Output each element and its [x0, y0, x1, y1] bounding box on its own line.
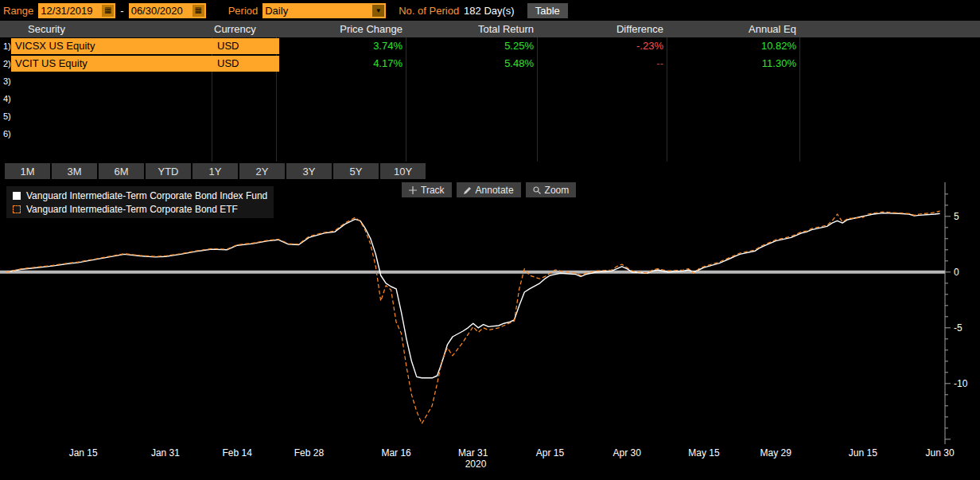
x-tick-label: Jun 30 — [926, 447, 955, 459]
track-label: Track — [421, 185, 445, 196]
price-change-value: 4.17% — [373, 56, 402, 72]
total-return-value: 5.25% — [504, 38, 534, 54]
table-row: 3) — [0, 73, 980, 89]
zoom-button[interactable]: Zoom — [526, 182, 577, 197]
column-header-annual-eq: Annual Eq — [749, 21, 796, 37]
x-tick-label: Jan 31 — [151, 447, 180, 459]
white-series-swatch — [13, 192, 21, 200]
range-end-input[interactable] — [129, 5, 192, 17]
chevron-down-icon[interactable]: ▼ — [372, 5, 384, 17]
tab-2y[interactable]: 2Y — [239, 163, 285, 179]
chart-section: Vanguard Intermediate-Term Corporate Bon… — [0, 180, 980, 480]
x-tick-label: Feb 14 — [223, 447, 253, 459]
column-header-difference: Difference — [616, 21, 663, 37]
zoom-label: Zoom — [545, 185, 570, 196]
price-change-value: 3.74% — [373, 38, 402, 54]
calendar-icon[interactable]: ▦ — [192, 5, 204, 17]
table-row: 4) — [0, 91, 980, 107]
tab-1y[interactable]: 1Y — [192, 163, 238, 179]
legend-item-index-fund[interactable]: Vanguard Intermediate-Term Corporate Bon… — [13, 189, 267, 202]
tab-6m[interactable]: 6M — [99, 163, 144, 179]
x-axis-year-label: 2020 — [465, 459, 487, 470]
track-icon — [409, 186, 417, 194]
zoom-icon — [533, 186, 541, 194]
chart-toolbar: Track Annotate Zoom — [402, 182, 576, 197]
series-line-vcit — [6, 211, 940, 423]
range-label: Range — [3, 5, 33, 17]
row-number: 3) — [3, 73, 11, 89]
chart-legend: Vanguard Intermediate-Term Corporate Bon… — [6, 186, 274, 218]
x-tick-label: Apr 30 — [613, 447, 642, 459]
x-tick-label: Mar 31 — [458, 447, 488, 459]
period-label: Period — [228, 5, 259, 17]
y-tick-label: -10 — [954, 378, 968, 389]
row-number: 1) — [3, 38, 11, 54]
table-header: Security Currency Price Change Total Ret… — [0, 21, 980, 37]
tab-ytd[interactable]: YTD — [146, 163, 191, 179]
tab-3m[interactable]: 3M — [52, 163, 97, 179]
tab-10y[interactable]: 10Y — [380, 163, 426, 179]
range-tab-bar: 1M 3M 6M YTD 1Y 2Y 3Y 5Y 10Y — [5, 163, 426, 179]
calendar-icon[interactable]: ▦ — [102, 5, 114, 17]
row-number: 2) — [3, 56, 11, 72]
no-of-period-label: No. of Period — [399, 5, 459, 17]
annual-eq-value: 10.82% — [761, 38, 796, 54]
x-tick-label: Jan 15 — [69, 447, 98, 459]
column-header-total-return: Total Return — [478, 21, 534, 37]
row-number: 5) — [3, 108, 11, 124]
x-tick-label: Apr 15 — [536, 447, 565, 459]
range-end-field[interactable]: ▦ — [129, 3, 206, 18]
difference-value: -.23% — [636, 38, 663, 54]
security-field[interactable]: VCIT US Equity — [11, 56, 215, 72]
no-of-period-value: 182 Day(s) — [464, 5, 515, 17]
x-tick-label: Mar 16 — [381, 447, 411, 459]
currency-field[interactable]: USD — [213, 56, 279, 72]
securities-table: Security Currency Price Change Total Ret… — [0, 21, 980, 162]
table-row: 2) VCIT US Equity USD 4.17% 5.48% -- 11.… — [0, 56, 980, 72]
legend-label: Vanguard Intermediate-Term Corporate Bon… — [26, 204, 238, 215]
range-separator: - — [120, 5, 123, 17]
column-header-price-change: Price Change — [340, 21, 402, 37]
range-start-input[interactable] — [38, 5, 102, 17]
annotate-icon — [464, 186, 472, 194]
x-tick-label: Feb 28 — [294, 447, 325, 459]
legend-item-etf[interactable]: Vanguard Intermediate-Term Corporate Bon… — [13, 202, 267, 216]
y-tick-label: -5 — [954, 322, 962, 334]
x-tick-label: May 15 — [688, 447, 720, 459]
tab-1m[interactable]: 1M — [5, 163, 50, 179]
period-value: Daily — [265, 5, 288, 17]
column-header-security: Security — [28, 21, 65, 37]
x-tick-label: May 29 — [760, 447, 792, 459]
track-button[interactable]: Track — [402, 182, 452, 197]
y-tick-label: 5 — [954, 211, 959, 222]
row-number: 6) — [3, 126, 11, 142]
tab-5y[interactable]: 5Y — [333, 163, 379, 179]
performance-chart[interactable]: 50-5-10Jan 15Jan 31Feb 14Feb 28Mar 16Mar… — [0, 180, 980, 480]
orange-series-swatch — [13, 205, 21, 213]
row-number: 4) — [3, 91, 11, 107]
toolbar: Range ▦ - ▦ Period Daily ▼ No. of Period… — [0, 0, 980, 21]
y-tick-label: 0 — [954, 267, 959, 278]
annual-eq-value: 11.30% — [762, 56, 796, 72]
total-return-value: 5.48% — [504, 56, 534, 72]
security-field[interactable]: VICSX US Equity — [11, 38, 215, 54]
annotate-label: Annotate — [476, 185, 514, 196]
series-line-vicsx — [6, 213, 940, 378]
annotate-button[interactable]: Annotate — [457, 182, 521, 197]
table-button[interactable]: Table — [527, 3, 568, 18]
tab-3y[interactable]: 3Y — [286, 163, 332, 179]
legend-label: Vanguard Intermediate-Term Corporate Bon… — [26, 190, 267, 201]
difference-value: -- — [656, 56, 663, 72]
table-row: 1) VICSX US Equity USD 3.74% 5.25% -.23%… — [0, 38, 980, 54]
currency-field[interactable]: USD — [213, 38, 279, 54]
x-tick-label: Jun 15 — [849, 447, 877, 459]
column-header-currency: Currency — [214, 21, 256, 37]
table-row: 5) — [0, 108, 980, 124]
period-dropdown[interactable]: Daily ▼ — [262, 3, 386, 18]
range-start-field[interactable]: ▦ — [38, 3, 115, 18]
table-row: 6) — [0, 126, 980, 142]
